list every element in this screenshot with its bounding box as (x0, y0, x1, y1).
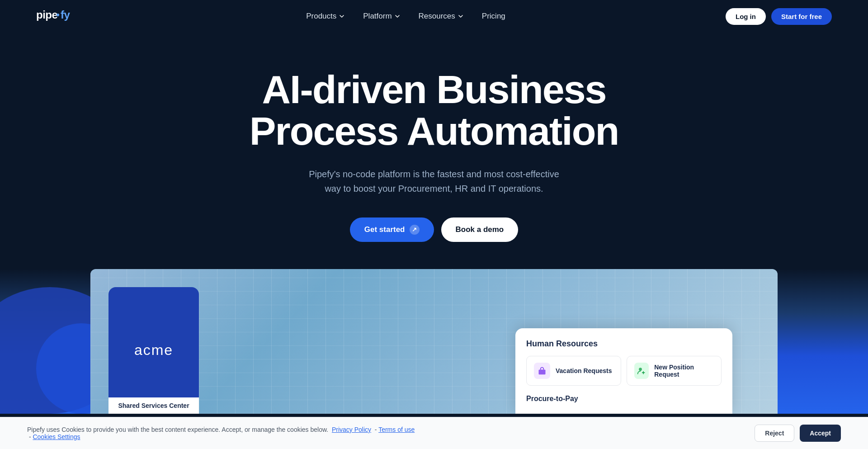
acme-brand-name: acme (134, 342, 173, 359)
reject-button[interactable]: Reject (755, 425, 794, 442)
book-demo-button[interactable]: Book a demo (441, 217, 519, 242)
vacation-requests-label: Vacation Requests (556, 367, 612, 374)
svg-point-2 (57, 14, 59, 16)
svg-rect-3 (539, 369, 546, 374)
nav-item-products[interactable]: Products (299, 8, 352, 24)
accept-button[interactable]: Accept (800, 425, 841, 442)
login-button[interactable]: Log in (726, 8, 766, 25)
procure-to-pay-title: Procure-to-Pay (526, 395, 722, 403)
cookie-text: Pipefy uses Cookies to provide you with … (27, 426, 434, 440)
person-add-icon (634, 363, 649, 379)
svg-text:fy: fy (61, 9, 70, 21)
svg-text:pipe: pipe (36, 9, 57, 21)
nav-links: Products Platform Resources (299, 8, 513, 24)
cookie-settings-link[interactable]: Cookies Settings (33, 433, 80, 440)
new-position-label: New Position Request (654, 364, 714, 378)
nav-link-pricing[interactable]: Pricing (475, 8, 513, 24)
logo-text: pipe fy (36, 7, 86, 26)
nav-item-resources[interactable]: Resources (411, 8, 471, 24)
logo[interactable]: pipe fy (36, 7, 86, 26)
chevron-down-icon (339, 13, 345, 19)
get-started-button[interactable]: Get started ↗ (350, 217, 434, 242)
cookie-banner: Pipefy uses Cookies to provide you with … (0, 417, 868, 449)
acme-card: acme Shared Services Center (108, 287, 199, 414)
hr-demo-card: Human Resources Vacation Requests (515, 328, 732, 414)
nav-actions: Log in Start for free (726, 8, 832, 25)
nav-item-pricing[interactable]: Pricing (475, 8, 513, 24)
hr-card-items: Vacation Requests New Position Request (526, 356, 722, 386)
navbar: pipe fy Products Platform (0, 0, 868, 33)
briefcase-icon (534, 363, 550, 379)
hero-title: AI-driven Business Process Automation (231, 69, 637, 152)
start-free-button[interactable]: Start for free (771, 8, 832, 25)
cookie-actions: Reject Accept (755, 425, 841, 442)
privacy-policy-link[interactable]: Privacy Policy (332, 426, 371, 433)
nav-item-platform[interactable]: Platform (356, 8, 407, 24)
vacation-requests-item[interactable]: Vacation Requests (526, 356, 621, 386)
terms-link[interactable]: Terms of use (378, 426, 415, 433)
shared-services-label: Shared Services Center (108, 397, 199, 414)
hero-buttons: Get started ↗ Book a demo (18, 217, 850, 242)
lower-section: acme Shared Services Center Human Resour… (0, 269, 868, 414)
arrow-icon: ↗ (410, 225, 420, 235)
new-position-item[interactable]: New Position Request (627, 356, 722, 386)
chevron-down-icon (458, 13, 464, 19)
nav-link-resources[interactable]: Resources (411, 8, 471, 24)
hr-section-title: Human Resources (526, 339, 722, 349)
nav-link-platform[interactable]: Platform (356, 8, 407, 24)
chevron-down-icon (394, 13, 401, 19)
svg-point-4 (639, 368, 642, 371)
hero-subtitle: Pipefy's no-code platform is the fastest… (303, 167, 565, 196)
hero-section: AI-driven Business Process Automation Pi… (0, 33, 868, 269)
nav-link-products[interactable]: Products (299, 8, 352, 24)
